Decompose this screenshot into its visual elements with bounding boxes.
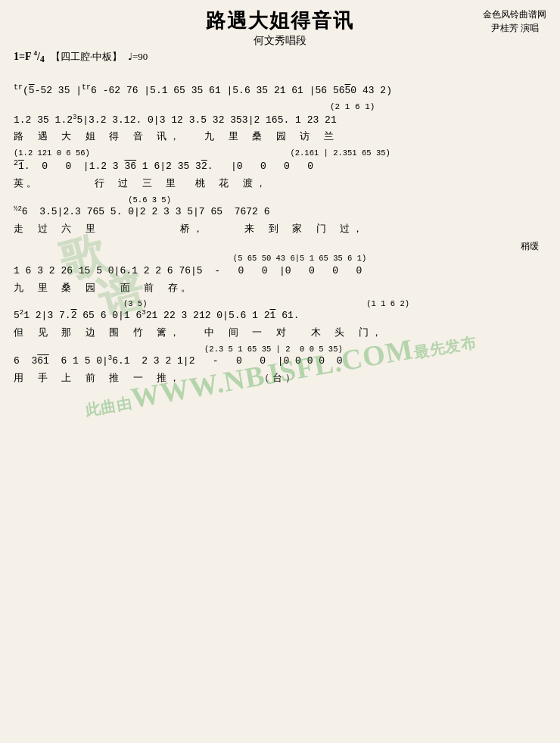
row4-above: (5 65 50 43 6|5 1 65 35 6 1) xyxy=(14,254,546,264)
row1-above: (2 1 6 1) xyxy=(14,102,546,112)
row4-notes: 1 6 3 2 26 15 5 0|6.1 2 2 6 76|5 - 0 0 |… xyxy=(14,264,546,279)
row6-lyrics: 用 手 上 前 推 一 推， （台） xyxy=(14,369,546,386)
row1-section: (2 1 6 1) 1.2 35 1.235|3.2 3.12. 0|3 12 … xyxy=(14,102,546,145)
slow-mark: 稍缓 xyxy=(14,240,546,253)
row2-notes: 21. 0 0 |1.2 3 36 1 6|2 35 32. |0 0 0 0 xyxy=(14,158,546,174)
sub-title: 何文秀唱段 xyxy=(14,34,546,48)
row5-notes: 521 2|3 7.2 65 6 0|1 6321 22 3 212 0|5.6… xyxy=(14,308,546,323)
row2-section: (1.2 121 0 6 56) (2.161 | 2.351 65 35) 2… xyxy=(14,148,546,192)
row5-above: (3 5) (1 1 6 2) xyxy=(14,299,546,309)
row1-lyrics: 路 遇 大 姐 得 音 讯， 九 里 桑 园 访 兰 xyxy=(14,127,546,145)
row6-above: (2.3 5 1 65 35 | 2 0 0 5 35) xyxy=(14,345,546,354)
right-info: 金色风铃曲谱网 尹桂芳 演唱 xyxy=(483,8,546,35)
tempo: ♩=90 xyxy=(128,51,148,63)
row2-above: (1.2 121 0 6 56) (2.161 | 2.351 65 35) xyxy=(14,148,546,158)
row6-notes: 6 361 6 1 5 0|36.1 2 3 2 1|2 - 0 0 |0 0 … xyxy=(14,354,546,369)
main-title: 路遇大姐得音讯 xyxy=(14,8,546,34)
row4-section: 稍缓 (5 65 50 43 6|5 1 65 35 6 1) 1 6 3 2 … xyxy=(14,240,546,295)
row1-notes: 1.2 35 1.235|3.2 3.12. 0|3 12 3.5 32 353… xyxy=(14,113,546,128)
row5-lyrics: 但 见 那 边 围 竹 篱， 中 间 一 对 木 头 门， xyxy=(14,323,546,341)
style-info: 【四工腔·中板】 xyxy=(51,50,122,64)
row3-lyrics: 走 过 六 里 桥， 来 到 家 门 过， xyxy=(14,220,546,237)
row4-lyrics: 九 里 桑 园 面 前 存。 xyxy=(14,279,546,296)
key-info: 1=F 4/4 xyxy=(14,49,45,64)
row3-notes: ½26 3.5|2.3 765 5. 0|2 2 3 3 5|7 65 7672… xyxy=(14,204,546,220)
row2-lyrics: 英。 行 过 三 里 桃 花 渡， xyxy=(14,174,546,192)
row6-section: (2.3 5 1 65 35 | 2 0 0 5 35) 6 361 6 1 5… xyxy=(14,345,546,387)
row5-section: (3 5) (1 1 6 2) 521 2|3 7.2 65 6 0|1 632… xyxy=(14,299,546,342)
row3-section: (5.6 3 5) ½26 3.5|2.3 765 5. 0|2 2 3 3 5… xyxy=(14,195,546,238)
right-line2: 尹桂芳 演唱 xyxy=(483,21,546,35)
row3-above: (5.6 3 5) xyxy=(14,195,546,205)
intro-section: tr(5-52 35 |tr6 -62 76 |5.1 65 35 61 |5.… xyxy=(14,66,546,99)
key-style-row: 1=F 4/4 【四工腔·中板】 ♩=90 xyxy=(14,49,546,64)
right-line1: 金色风铃曲谱网 xyxy=(483,8,546,21)
page: 路遇大姐得音讯 何文秀唱段 金色风铃曲谱网 尹桂芳 演唱 1=F 4/4 【四工… xyxy=(0,0,560,743)
intro-notes: tr(5-52 35 |tr6 -62 76 |5.1 65 35 61 |5.… xyxy=(14,66,546,99)
title-section: 路遇大姐得音讯 何文秀唱段 xyxy=(14,8,546,48)
